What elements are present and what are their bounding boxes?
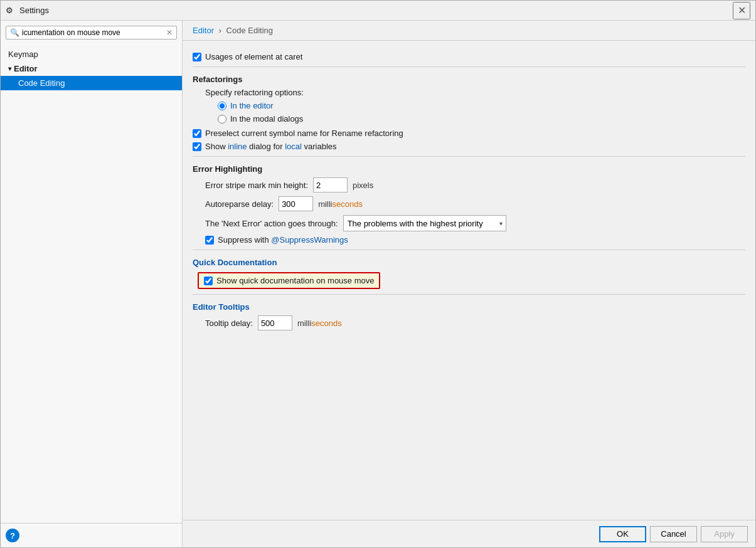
preselect-row: Preselect current symbol name for Rename… <box>193 129 745 138</box>
breadcrumb-editor[interactable]: Editor <box>193 26 214 35</box>
specify-row: Specify refactoring options: <box>193 88 745 97</box>
autoreparse-unit: milliseconds <box>318 199 363 209</box>
in-editor-text: In the editor <box>230 101 274 110</box>
settings-content: Usages of element at caret Refactorings … <box>183 41 755 520</box>
suppress-checkbox[interactable] <box>205 236 214 245</box>
help-button[interactable]: ? <box>6 529 19 542</box>
error-stripe-row: Error stripe mark min height: pixels <box>193 177 745 192</box>
chevron-down-icon: ▾ <box>8 65 11 72</box>
suppress-text: Suppress with @SuppressWarnings <box>218 235 348 245</box>
suppress-label[interactable]: Suppress with @SuppressWarnings <box>205 235 348 245</box>
quick-doc-highlight-box: Show quick documentation on mouse move <box>198 272 380 289</box>
nav-tree: Keymap ▾ Editor Code Editing <box>1 45 182 523</box>
usages-checkbox[interactable] <box>193 53 201 61</box>
in-modal-radio[interactable] <box>218 115 226 124</box>
editor-label: Editor <box>14 64 38 73</box>
quick-doc-label[interactable]: Show quick documentation on mouse move <box>198 272 380 289</box>
ok-button[interactable]: OK <box>599 526 646 542</box>
show-inline-row: Show inline dialog for local variables <box>193 142 745 151</box>
quick-doc-text: Show quick documentation on mouse move <box>216 276 374 285</box>
sidebar-item-code-editing[interactable]: Code Editing <box>1 76 182 90</box>
preselect-text: Preselect current symbol name for Rename… <box>205 129 403 138</box>
suppress-row: Suppress with @SuppressWarnings <box>193 235 745 245</box>
in-modal-label[interactable]: In the modal dialogs <box>218 114 303 124</box>
breadcrumb-separator: › <box>219 26 221 35</box>
next-error-label: The 'Next Error' action goes through: <box>205 219 338 228</box>
divider-error <box>193 156 745 157</box>
tooltip-delay-unit: milliseconds <box>297 319 342 328</box>
autoreparse-label: Autoreparse delay: <box>205 199 274 209</box>
quick-doc-title: Quick Documentation <box>193 258 745 267</box>
apply-button[interactable]: Apply <box>701 526 748 542</box>
tooltip-delay-input[interactable] <box>258 315 292 330</box>
window-title: Settings <box>19 6 733 15</box>
specify-label: Specify refactoring options: <box>205 88 304 97</box>
search-input[interactable] <box>22 28 166 37</box>
title-bar: ⚙ Settings ✕ <box>1 1 755 21</box>
error-stripe-unit: pixels <box>353 181 373 190</box>
in-editor-radio[interactable] <box>218 102 226 110</box>
next-error-select-wrapper: The problems with the highest priority ▾ <box>343 215 506 231</box>
main-panel: Editor › Code Editing Usages of element … <box>183 21 755 547</box>
main-content: 🔍 ✕ Keymap ▾ Editor Code Editing ? <box>1 21 755 547</box>
quick-doc-checkbox[interactable] <box>204 277 213 285</box>
divider-tooltips <box>193 294 745 295</box>
cancel-button[interactable]: Cancel <box>650 526 697 542</box>
autoreparse-input[interactable] <box>279 196 313 211</box>
settings-window: ⚙ Settings ✕ 🔍 ✕ Keymap ▾ Editor Code Ed… <box>0 0 756 548</box>
usages-row: Usages of element at caret <box>193 52 745 61</box>
search-icon: 🔍 <box>10 28 19 37</box>
error-stripe-label: Error stripe mark min height: <box>205 181 308 190</box>
breadcrumb-code-editing: Code Editing <box>226 26 273 35</box>
error-stripe-input[interactable] <box>313 177 348 192</box>
quick-doc-row: Show quick documentation on mouse move <box>193 272 745 289</box>
autoreparse-row: Autoreparse delay: milliseconds <box>193 196 745 211</box>
sidebar-item-editor[interactable]: ▾ Editor <box>1 61 182 76</box>
close-button[interactable]: ✕ <box>733 2 750 19</box>
editor-tooltips-title: Editor Tooltips <box>193 302 745 312</box>
preselect-checkbox[interactable] <box>193 129 201 138</box>
show-inline-checkbox[interactable] <box>193 142 201 151</box>
error-highlighting-title: Error Highlighting <box>193 164 745 174</box>
search-box[interactable]: 🔍 ✕ <box>6 26 177 40</box>
divider-quick-doc <box>193 250 745 250</box>
tooltip-delay-row: Tooltip delay: milliseconds <box>193 315 745 330</box>
in-editor-row: In the editor <box>193 101 745 110</box>
show-inline-text: Show inline dialog for local variables <box>205 142 337 151</box>
search-clear-icon[interactable]: ✕ <box>166 28 173 37</box>
next-error-select[interactable]: The problems with the highest priority <box>343 215 506 231</box>
sidebar-item-keymap[interactable]: Keymap <box>1 47 182 61</box>
next-error-row: The 'Next Error' action goes through: Th… <box>193 215 745 231</box>
app-icon: ⚙ <box>6 6 16 16</box>
code-editing-label: Code Editing <box>18 78 65 88</box>
bottom-bar: OK Cancel Apply <box>183 520 755 547</box>
in-modal-row: In the modal dialogs <box>193 114 745 124</box>
refactorings-title: Refactorings <box>193 75 745 84</box>
preselect-label[interactable]: Preselect current symbol name for Rename… <box>193 129 403 138</box>
sidebar: 🔍 ✕ Keymap ▾ Editor Code Editing ? <box>1 21 183 547</box>
tooltip-delay-label: Tooltip delay: <box>205 319 253 328</box>
in-editor-label[interactable]: In the editor <box>218 101 274 110</box>
keymap-label: Keymap <box>8 50 38 59</box>
sidebar-bottom: ? <box>1 523 182 547</box>
show-inline-label[interactable]: Show inline dialog for local variables <box>193 142 337 151</box>
breadcrumb: Editor › Code Editing <box>183 21 755 41</box>
usages-text: Usages of element at caret <box>205 52 302 61</box>
in-modal-text: In the modal dialogs <box>230 114 303 124</box>
usages-label[interactable]: Usages of element at caret <box>193 52 302 61</box>
divider-refactorings <box>193 66 745 67</box>
